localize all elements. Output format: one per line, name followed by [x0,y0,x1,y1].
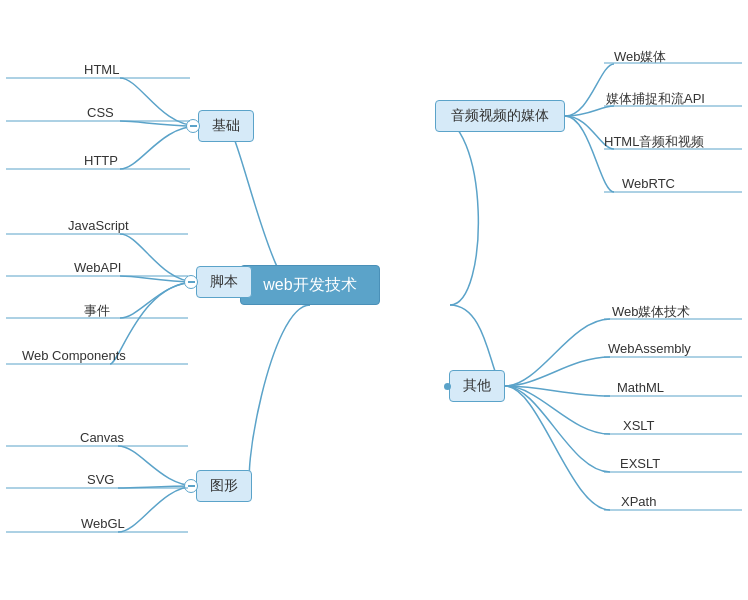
leaf-webgl: WebGL [81,516,125,531]
leaf-webapi: WebAPI [74,260,121,275]
leaf-webassembly: WebAssembly [608,341,691,356]
leaf-xslt: XSLT [623,418,655,433]
leaf-htmlav: HTML音频和视频 [604,133,704,151]
leaf-webmediatech: Web媒体技术 [612,303,691,321]
collapse-jichu[interactable] [186,119,200,133]
leaf-capture: 媒体捕捉和流API [606,90,705,108]
center-node: web开发技术 [240,265,380,305]
branch-yinPin[interactable]: 音频视频的媒体 [435,100,565,132]
leaf-http: HTTP [84,153,118,168]
dot-qita [444,383,451,390]
collapse-jiaoBen[interactable] [184,275,198,289]
leaf-xpath: XPath [621,494,656,509]
leaf-svg: SVG [87,472,114,487]
leaf-canvas: Canvas [80,430,124,445]
leaf-css: CSS [87,105,114,120]
collapse-tuXing[interactable] [184,479,198,493]
leaf-webmedia: Web媒体 [614,48,667,66]
branch-qiTa[interactable]: 其他 [449,370,505,402]
leaf-exslt: EXSLT [620,456,660,471]
center-label: web开发技术 [263,275,356,296]
leaf-webcomp: Web Components [22,348,126,363]
leaf-js: JavaScript [68,218,129,233]
branch-jiaoBen[interactable]: 脚本 [196,266,252,298]
branch-jichu[interactable]: 基础 [198,110,254,142]
branch-tuXing[interactable]: 图形 [196,470,252,502]
leaf-mathml: MathML [617,380,664,395]
leaf-html: HTML [84,62,119,77]
leaf-shijian: 事件 [84,302,110,320]
leaf-webrtc: WebRTC [622,176,675,191]
